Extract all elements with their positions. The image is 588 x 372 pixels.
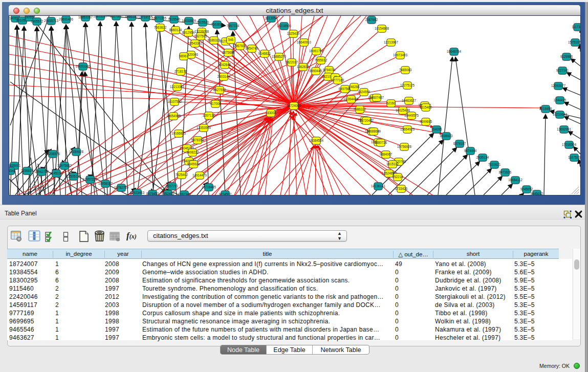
svg-text:18724007: 18724007 xyxy=(287,104,301,107)
svg-text:2803144: 2803144 xyxy=(217,75,230,78)
svg-text:12213383: 12213383 xyxy=(170,85,185,89)
svg-text:8186323: 8186323 xyxy=(208,38,221,42)
svg-text:10958167: 10958167 xyxy=(98,182,113,185)
svg-text:62160: 62160 xyxy=(386,101,396,105)
svg-text:9884067: 9884067 xyxy=(380,152,393,156)
svg-text:21364436: 21364436 xyxy=(344,97,359,101)
svg-text:16640910: 16640910 xyxy=(297,40,312,44)
svg-text:9146821: 9146821 xyxy=(258,52,271,55)
svg-text:16033809: 16033809 xyxy=(182,19,197,23)
svg-text:15720407: 15720407 xyxy=(359,119,374,122)
svg-text:12275125: 12275125 xyxy=(400,83,415,87)
svg-text:7515546: 7515546 xyxy=(168,17,181,21)
svg-text:183002: 183002 xyxy=(265,111,276,115)
svg-text:9777169: 9777169 xyxy=(332,78,344,82)
svg-text:7986322: 7986322 xyxy=(354,107,366,111)
svg-text:1527602: 1527602 xyxy=(110,16,123,18)
svg-text:16210643: 16210643 xyxy=(553,113,568,116)
svg-text:9242848: 9242848 xyxy=(219,63,231,67)
svg-text:7515520: 7515520 xyxy=(197,20,209,24)
svg-text:1092345: 1092345 xyxy=(178,192,191,195)
svg-text:15716485: 15716485 xyxy=(202,185,216,189)
svg-text:1880726: 1880726 xyxy=(375,141,387,144)
svg-text:1145134: 1145134 xyxy=(50,171,63,175)
svg-text:9952403: 9952403 xyxy=(162,192,175,195)
svg-text:7632621: 7632621 xyxy=(488,163,501,166)
svg-text:9115460: 9115460 xyxy=(420,105,432,109)
svg-text:5878354: 5878354 xyxy=(191,138,204,142)
svg-text:20691406: 20691406 xyxy=(59,17,74,21)
svg-text:10654112: 10654112 xyxy=(508,178,522,182)
svg-text:14136141: 14136141 xyxy=(371,184,386,188)
svg-text:1325419: 1325419 xyxy=(287,32,300,35)
svg-text:7955812: 7955812 xyxy=(315,58,328,62)
svg-text:10607487: 10607487 xyxy=(369,96,384,99)
svg-text:20655713: 20655713 xyxy=(44,19,59,23)
svg-text:9657791: 9657791 xyxy=(166,184,179,188)
svg-text:12093877: 12093877 xyxy=(551,84,566,87)
svg-text:16107552: 16107552 xyxy=(167,100,182,103)
svg-text:13692991: 13692991 xyxy=(557,127,572,131)
svg-text:1615112: 1615112 xyxy=(386,162,399,166)
svg-text:19654985: 19654985 xyxy=(166,114,181,118)
svg-text:19756928: 19756928 xyxy=(397,145,412,148)
svg-text:15885270: 15885270 xyxy=(272,55,287,58)
svg-text:19166825: 19166825 xyxy=(171,132,186,135)
svg-text:19463627: 19463627 xyxy=(402,99,417,102)
svg-text:16853287: 16853287 xyxy=(78,16,93,19)
svg-text:9327505: 9327505 xyxy=(194,34,207,38)
svg-text:2087662: 2087662 xyxy=(365,18,378,21)
svg-text:12213967: 12213967 xyxy=(384,40,399,44)
svg-text:417004: 417004 xyxy=(210,102,221,105)
svg-text:1733426: 1733426 xyxy=(395,187,408,190)
svg-text:13449575: 13449575 xyxy=(404,114,419,117)
svg-text:9345921: 9345921 xyxy=(187,162,200,166)
svg-text:9474444: 9474444 xyxy=(464,149,477,152)
svg-text:16648784: 16648784 xyxy=(447,50,462,53)
svg-text:1362615: 1362615 xyxy=(297,65,310,69)
svg-text:8979453: 8979453 xyxy=(146,192,159,195)
svg-text:8912954: 8912954 xyxy=(182,31,195,34)
svg-text:8454749: 8454749 xyxy=(246,47,258,50)
svg-text:1117393: 1117393 xyxy=(572,25,580,29)
svg-text:3875685: 3875685 xyxy=(222,51,235,54)
svg-text:98961: 98961 xyxy=(179,54,188,58)
svg-text:8427552: 8427552 xyxy=(213,88,226,92)
svg-text:10975887: 10975887 xyxy=(57,164,72,167)
svg-text:19384554: 19384554 xyxy=(309,139,324,142)
svg-text:19218506: 19218506 xyxy=(277,24,292,28)
svg-text:3813054: 3813054 xyxy=(265,16,278,20)
svg-text:746266: 746266 xyxy=(349,85,360,89)
svg-text:9794074: 9794074 xyxy=(323,68,336,72)
svg-text:8471626: 8471626 xyxy=(499,170,512,174)
svg-text:16961758: 16961758 xyxy=(309,49,324,53)
svg-text:9699695: 9699695 xyxy=(420,120,432,123)
svg-text:29053346: 29053346 xyxy=(76,64,91,68)
svg-text:8938923: 8938923 xyxy=(440,134,453,138)
svg-text:1905572: 1905572 xyxy=(31,19,43,23)
svg-text:12923463: 12923463 xyxy=(130,191,145,194)
svg-text:12505135: 12505135 xyxy=(67,174,81,178)
svg-text:5822037: 5822037 xyxy=(286,60,298,64)
svg-text:9227341: 9227341 xyxy=(556,69,569,72)
svg-text:10973493: 10973493 xyxy=(393,53,408,57)
svg-text:26206576: 26206576 xyxy=(46,152,60,156)
svg-text:10543382: 10543382 xyxy=(188,41,203,45)
svg-text:10853287: 10853287 xyxy=(93,16,108,18)
svg-text:1244415: 1244415 xyxy=(554,98,567,102)
svg-text:9129986: 9129986 xyxy=(560,55,573,58)
svg-text:7663822: 7663822 xyxy=(154,26,167,29)
svg-text:7625402: 7625402 xyxy=(176,173,188,177)
svg-text:252214: 252214 xyxy=(392,175,403,179)
svg-text:1824554: 1824554 xyxy=(358,90,371,94)
svg-text:8990445: 8990445 xyxy=(310,69,322,73)
svg-text:9445012: 9445012 xyxy=(531,192,543,195)
svg-text:2718176: 2718176 xyxy=(175,70,187,73)
svg-text:3498222: 3498222 xyxy=(186,150,199,154)
svg-text:17359928: 17359928 xyxy=(69,150,84,154)
svg-text:2935134: 2935134 xyxy=(476,156,489,159)
svg-text:13654923: 13654923 xyxy=(400,127,415,131)
svg-text:1167533: 1167533 xyxy=(568,156,580,159)
svg-text:546: 546 xyxy=(228,38,234,41)
svg-text:7663811: 7663811 xyxy=(211,23,224,26)
